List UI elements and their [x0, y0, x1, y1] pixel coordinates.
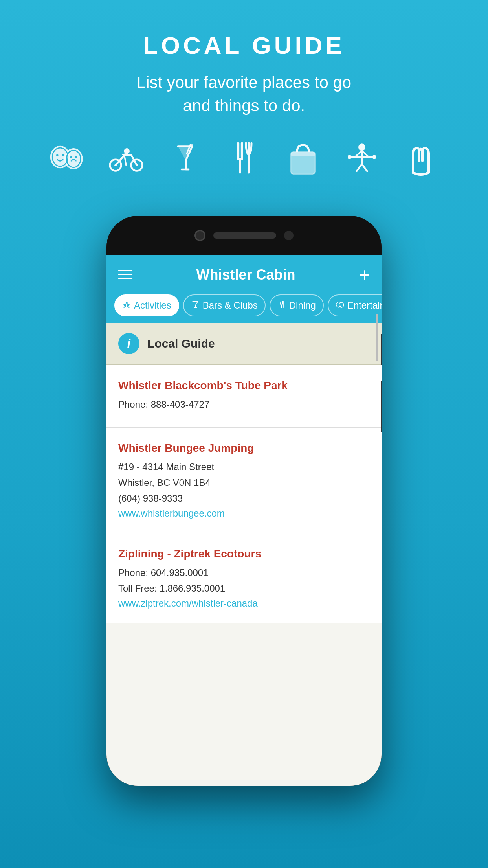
listing-link-3[interactable]: www.ziptrek.com/whistler-canada	[118, 598, 370, 609]
tab-entertainment[interactable]: Entertainm...	[328, 294, 382, 316]
svg-point-5	[62, 154, 64, 156]
theater-masks-icon	[50, 141, 85, 177]
svg-point-6	[70, 156, 72, 158]
listing-detail-2-1: Whistler, BC V0N 1B4	[118, 476, 370, 490]
listing-name-1: Whistler Blackcomb's Tube Park	[118, 379, 370, 392]
cocktail-icon	[167, 141, 203, 177]
svg-rect-29	[372, 155, 376, 159]
app-subtitle: List your favorite places to go and thin…	[0, 71, 488, 118]
svg-line-31	[362, 151, 369, 157]
power-button	[381, 334, 382, 365]
local-guide-label: Local Guide	[147, 337, 215, 350]
menu-line-2	[118, 274, 132, 275]
activities-tab-icon	[122, 300, 131, 311]
svg-point-7	[75, 156, 77, 158]
info-icon: i	[118, 333, 139, 354]
sensor	[284, 231, 294, 240]
tab-dining[interactable]: Dining	[270, 294, 324, 316]
listing-detail-3-0: Phone: 604.935.0001	[118, 566, 370, 580]
svg-line-26	[362, 164, 367, 171]
app-header: Whistler Cabin +	[106, 255, 382, 294]
scrollbar[interactable]	[376, 314, 378, 361]
tab-activities-label: Activities	[134, 300, 171, 311]
menu-line-1	[118, 270, 132, 271]
tab-entertainment-label: Entertainm...	[347, 300, 382, 311]
svg-point-23	[358, 143, 365, 151]
listing-detail-1-0: Phone: 888-403-4727	[118, 397, 370, 412]
app-title: LOCAL GUIDE	[0, 31, 488, 59]
category-icons-row	[0, 141, 488, 177]
app-header-title: Whistler Cabin	[196, 267, 295, 283]
shopping-icon	[285, 141, 321, 177]
dining-tab-icon	[277, 300, 286, 311]
menu-line-3	[118, 278, 132, 279]
svg-point-39	[339, 302, 343, 307]
listing-item-2[interactable]: Whistler Bungee Jumping #19 - 4314 Main …	[106, 428, 382, 533]
volume-button	[381, 381, 382, 432]
speaker	[213, 232, 276, 239]
phone-mockup: Whistler Cabin + Activities	[0, 208, 488, 786]
svg-point-4	[56, 154, 58, 156]
local-guide-banner: i Local Guide	[106, 323, 382, 365]
cycling-icon	[108, 141, 144, 177]
phone-top-bar	[106, 216, 382, 255]
tab-bar: Activities Bars & Clubs	[106, 294, 382, 323]
svg-rect-28	[348, 155, 351, 159]
listing-detail-3-1: Toll Free: 1.866.935.0001	[118, 581, 370, 596]
tab-activities[interactable]: Activities	[114, 294, 179, 316]
svg-line-25	[357, 164, 362, 171]
tab-bars-clubs[interactable]: Bars & Clubs	[183, 294, 266, 316]
listing-detail-2-0: #19 - 4314 Main Street	[118, 460, 370, 474]
listing-name-3: Ziplining - Ziptrek Ecotours	[118, 548, 370, 560]
phone-device: Whistler Cabin + Activities	[106, 216, 382, 786]
menu-button[interactable]	[118, 270, 132, 279]
svg-point-1	[64, 148, 83, 169]
svg-point-12	[124, 148, 130, 154]
top-section: LOCAL GUIDE List your favorite places to…	[0, 0, 488, 118]
wellness-icon	[403, 141, 438, 177]
entertainment-tab-icon	[336, 300, 344, 311]
listing-name-2: Whistler Bungee Jumping	[118, 442, 370, 454]
svg-point-34	[126, 302, 127, 303]
camera	[194, 230, 205, 241]
listing-link-2[interactable]: www.whistlerbungee.com	[118, 508, 370, 519]
listing-item-3[interactable]: Ziplining - Ziptrek Ecotours Phone: 604.…	[106, 533, 382, 623]
tab-bars-clubs-label: Bars & Clubs	[203, 300, 258, 311]
listing-detail-2-2: (604) 938-9333	[118, 491, 370, 506]
add-button[interactable]: +	[359, 266, 370, 284]
listing-item-1[interactable]: Whistler Blackcomb's Tube Park Phone: 88…	[106, 365, 382, 428]
svg-rect-22	[291, 152, 315, 156]
dining-icon	[226, 141, 262, 177]
phone-screen: Whistler Cabin + Activities	[106, 255, 382, 786]
bars-clubs-tab-icon	[191, 300, 200, 311]
tab-dining-label: Dining	[289, 300, 316, 311]
svg-line-30	[355, 151, 362, 157]
fitness-icon	[344, 141, 380, 177]
svg-point-14	[190, 144, 193, 147]
